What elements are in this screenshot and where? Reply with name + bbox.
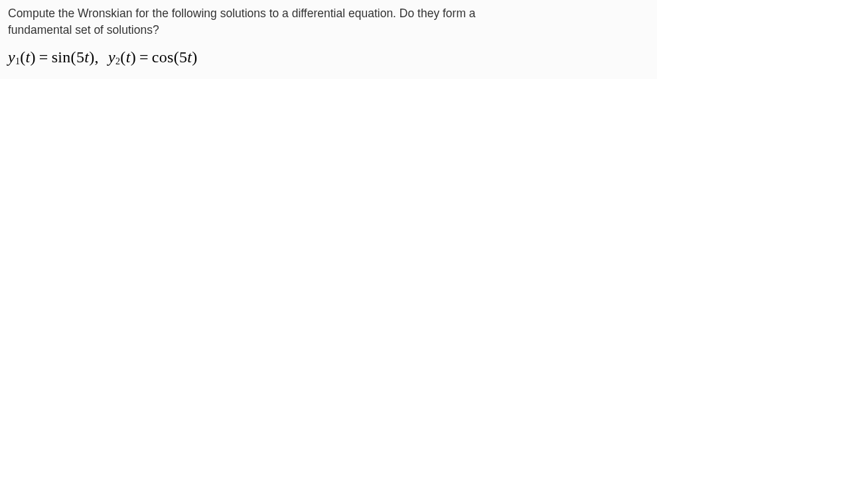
y1-paren-close: ) <box>31 48 36 66</box>
equals-2: = <box>136 48 152 66</box>
prompt-line-2: fundamental set of solutions? <box>8 23 159 36</box>
y1-paren-open: ( <box>20 48 25 66</box>
prompt-line-1: Compute the Wronskian for the following … <box>8 7 476 20</box>
sin-func: sin <box>52 48 71 66</box>
question-block: Compute the Wronskian for the following … <box>0 0 657 79</box>
sin-coef: 5 <box>76 48 84 66</box>
y2-arg: t <box>126 48 131 66</box>
y1-symbol: y <box>8 48 15 66</box>
cos-paren-close: ) <box>192 48 197 66</box>
separator: , <box>94 48 104 66</box>
cos-coef: 5 <box>179 48 187 66</box>
cos-func: cos <box>152 48 174 66</box>
sin-paren-open: ( <box>71 48 76 66</box>
question-prompt: Compute the Wronskian for the following … <box>8 5 649 38</box>
equation-display: y1(t)=sin(5t), y2(t)=cos(5t) <box>8 48 649 67</box>
y2-paren-close: ) <box>131 48 136 66</box>
y1-arg: t <box>26 48 31 66</box>
cos-paren-open: ( <box>174 48 179 66</box>
equals-1: = <box>36 48 52 66</box>
y2-paren-open: ( <box>120 48 125 66</box>
y2-symbol: y <box>108 48 115 66</box>
